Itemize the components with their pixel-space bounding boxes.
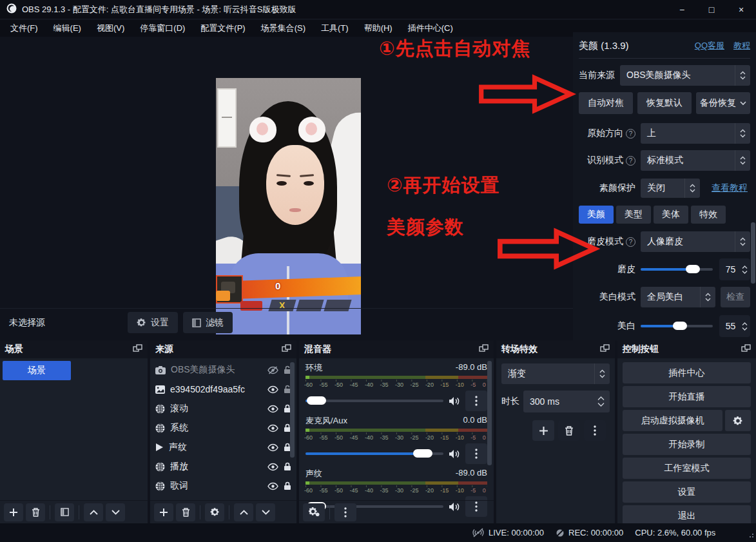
lock-icon[interactable] <box>284 481 291 490</box>
source-settings-button[interactable]: 设置 <box>128 312 178 333</box>
menu-profile[interactable]: 配置文件(P) <box>193 20 253 37</box>
virtual-camera-settings-button[interactable] <box>725 410 751 431</box>
settings-button[interactable]: 设置 <box>623 481 751 503</box>
mixer-scrollbar[interactable] <box>487 361 492 465</box>
whiten-value-stepper[interactable]: 55 <box>719 315 750 337</box>
whiten-mode-select[interactable]: 全局美白 <box>641 287 715 307</box>
source-row-system[interactable]: 系统 <box>150 418 296 438</box>
scene-item[interactable]: 场景 <box>3 361 71 380</box>
current-source-select[interactable]: OBS美颜摄像头 <box>620 65 750 86</box>
video-preview[interactable]: 0 X <box>216 78 361 334</box>
channel-menu-button[interactable] <box>465 391 487 411</box>
smooth-value-stepper[interactable]: 75 <box>719 258 750 280</box>
eye-icon[interactable] <box>267 385 278 394</box>
chevron-updown-icon[interactable] <box>735 65 750 86</box>
move-scene-down-button[interactable] <box>106 503 125 521</box>
autofocus-button[interactable]: 自动对焦 <box>579 92 633 114</box>
popout-icon[interactable] <box>133 344 142 354</box>
source-row-play[interactable]: 播放 <box>150 457 296 476</box>
whiten-slider-handle[interactable] <box>673 322 687 330</box>
mixer-menu-button[interactable] <box>334 503 356 521</box>
popout-icon[interactable] <box>741 344 751 354</box>
tab-body[interactable]: 美体 <box>654 206 688 224</box>
channel-menu-button[interactable] <box>465 443 487 464</box>
chevron-updown-icon[interactable] <box>700 287 715 307</box>
help-icon[interactable]: ? <box>626 129 635 139</box>
menu-file[interactable]: 文件(F) <box>3 20 46 37</box>
bareface-select[interactable]: 关闭 <box>641 179 700 198</box>
menu-plugin-center[interactable]: 插件中心(C) <box>400 20 461 37</box>
source-row-lyrics[interactable]: 歌词 <box>150 476 296 496</box>
start-recording-button[interactable]: 开始录制 <box>623 434 751 455</box>
chevron-updown-icon[interactable] <box>735 123 750 144</box>
add-scene-button[interactable] <box>4 503 23 521</box>
source-row-camera[interactable]: OBS美颜摄像头 <box>150 360 296 380</box>
source-properties-button[interactable] <box>205 503 224 521</box>
menu-view[interactable]: 视图(V) <box>89 20 132 37</box>
whiten-slider[interactable] <box>641 325 713 327</box>
close-button[interactable]: × <box>726 0 756 19</box>
beauty-panel-scrollbar[interactable] <box>751 222 755 284</box>
chevron-updown-icon[interactable] <box>735 150 750 171</box>
help-icon[interactable]: ? <box>626 156 635 166</box>
tab-beauty[interactable]: 美颜 <box>579 206 614 224</box>
menu-edit[interactable]: 编辑(E) <box>46 20 89 37</box>
popout-icon[interactable] <box>479 344 489 354</box>
lock-icon[interactable] <box>284 462 291 471</box>
detect-mode-select[interactable]: 标准模式 <box>641 150 750 171</box>
eye-slash-icon[interactable] <box>267 366 278 374</box>
smooth-slider[interactable] <box>641 268 713 271</box>
orientation-select[interactable]: 上 <box>641 123 750 144</box>
speaker-icon[interactable] <box>449 396 460 406</box>
tab-effects[interactable]: 特效 <box>691 206 726 224</box>
help-icon[interactable]: ? <box>626 237 635 247</box>
qq-support-link[interactable]: QQ客服 <box>695 40 724 52</box>
move-scene-up-button[interactable] <box>84 503 103 521</box>
chevron-updown-icon[interactable] <box>735 231 750 252</box>
transition-select[interactable]: 渐变 <box>501 363 610 384</box>
source-filters-button[interactable]: 滤镜 <box>183 312 233 333</box>
maximize-button[interactable]: □ <box>697 0 726 19</box>
smooth-slider-handle[interactable] <box>686 265 700 273</box>
check-button[interactable]: 检查 <box>721 287 750 307</box>
fader-handle[interactable] <box>307 396 326 405</box>
popout-icon[interactable] <box>600 344 610 354</box>
move-source-up-button[interactable] <box>234 503 253 521</box>
source-row-scroll[interactable]: 滚动 <box>150 399 296 418</box>
scene-filters-button[interactable] <box>55 503 74 521</box>
sources-scrollbar[interactable] <box>290 362 295 458</box>
chevron-updown-icon[interactable] <box>594 363 610 384</box>
transition-menu-button[interactable] <box>584 420 606 441</box>
view-tutorial-link[interactable]: 查看教程 <box>712 182 748 194</box>
start-virtual-camera-button[interactable]: 启动虚拟摄像机 <box>623 410 722 431</box>
backup-restore-button[interactable]: 备份恢复 <box>696 92 750 114</box>
eye-icon[interactable] <box>267 405 278 413</box>
eye-icon[interactable] <box>267 424 278 432</box>
eye-icon[interactable] <box>267 463 278 471</box>
eye-icon[interactable] <box>267 482 278 490</box>
remove-transition-button[interactable] <box>558 420 580 441</box>
menu-help[interactable]: 帮助(H) <box>356 20 400 37</box>
plugin-center-button[interactable]: 插件中心 <box>623 362 751 383</box>
duration-spinbox[interactable]: 300 ms <box>523 391 610 412</box>
source-row-media[interactable]: 声纹 <box>150 438 296 457</box>
move-source-down-button[interactable] <box>256 503 275 521</box>
start-streaming-button[interactable]: 开始直播 <box>623 386 751 407</box>
chevron-updown-icon[interactable] <box>684 179 700 198</box>
fader-handle[interactable] <box>413 449 432 458</box>
source-row-image[interactable]: e394502df49aa5fc <box>150 380 296 399</box>
add-transition-button[interactable] <box>532 420 554 441</box>
volume-fader[interactable] <box>305 452 443 455</box>
add-source-button[interactable] <box>154 503 173 521</box>
resize-grip[interactable] <box>748 530 754 540</box>
menu-docks[interactable]: 停靠窗口(D) <box>132 20 193 37</box>
tab-reshape[interactable]: 美型 <box>616 206 651 224</box>
minimize-button[interactable]: − <box>667 0 697 19</box>
tutorial-link[interactable]: 教程 <box>733 40 750 52</box>
menu-tools[interactable]: 工具(T) <box>313 20 356 37</box>
remove-scene-button[interactable] <box>26 503 45 521</box>
remove-source-button[interactable] <box>176 503 195 521</box>
restore-default-button[interactable]: 恢复默认 <box>637 92 692 114</box>
volume-fader[interactable] <box>305 400 443 402</box>
menu-scene-collection[interactable]: 场景集合(S) <box>253 20 313 37</box>
